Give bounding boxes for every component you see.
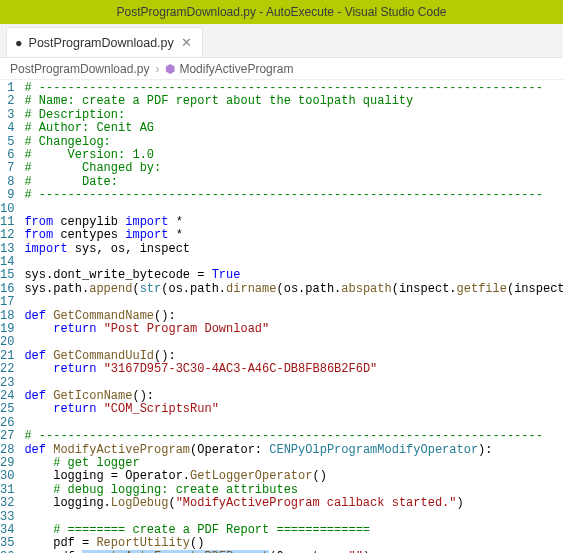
chevron-right-icon: ›: [153, 62, 161, 76]
tab-strip: ● PostProgramDownload.py ✕: [0, 24, 563, 58]
line-number-gutter: 1234567891011121314151617181920212223242…: [0, 80, 24, 553]
line-number: 7: [0, 162, 14, 175]
code-line[interactable]: # Changelog:: [24, 136, 563, 149]
line-number: 35: [0, 537, 14, 550]
line-number: 5: [0, 136, 14, 149]
line-number: 29: [0, 457, 14, 470]
code-line[interactable]: import sys, os, inspect: [24, 243, 563, 256]
line-number: 19: [0, 323, 14, 336]
line-number: 3: [0, 109, 14, 122]
line-number: 23: [0, 377, 14, 390]
line-number: 24: [0, 390, 14, 403]
line-number: 14: [0, 256, 14, 269]
line-number: 11: [0, 216, 14, 229]
code-line[interactable]: # ======== create a PDF Report =========…: [24, 524, 563, 537]
code-line[interactable]: sys.dont_write_bytecode = True: [24, 269, 563, 282]
line-number: 16: [0, 283, 14, 296]
code-line[interactable]: # Date:: [24, 176, 563, 189]
code-line[interactable]: [24, 417, 563, 430]
line-number: 27: [0, 430, 14, 443]
code-line[interactable]: def GetIconName():: [24, 390, 563, 403]
code-line[interactable]: # get logger: [24, 457, 563, 470]
code-line[interactable]: [24, 256, 563, 269]
code-line[interactable]: pdf = ReportUtility(): [24, 537, 563, 550]
code-line[interactable]: logging.LogDebug("ModifyActiveProgram ca…: [24, 497, 563, 510]
code-line[interactable]: # Author: Cenit AG: [24, 122, 563, 135]
code-line[interactable]: def GetCommandUuId():: [24, 350, 563, 363]
line-number: 9: [0, 189, 14, 202]
breadcrumb: PostProgramDownload.py › ⬢ ModifyActiveP…: [0, 58, 563, 80]
code-line[interactable]: # Description:: [24, 109, 563, 122]
code-line[interactable]: # --------------------------------------…: [24, 430, 563, 443]
line-number: 8: [0, 176, 14, 189]
tab-active[interactable]: ● PostProgramDownload.py ✕: [6, 27, 203, 57]
line-number: 34: [0, 524, 14, 537]
symbol-icon: ⬢: [165, 62, 175, 76]
line-number: 20: [0, 336, 14, 349]
line-number: 32: [0, 497, 14, 510]
code-line[interactable]: def GetCommandName():: [24, 310, 563, 323]
code-line[interactable]: # --------------------------------------…: [24, 82, 563, 95]
code-line[interactable]: [24, 296, 563, 309]
line-number: 25: [0, 403, 14, 416]
line-number: 31: [0, 484, 14, 497]
code-editor[interactable]: 1234567891011121314151617181920212223242…: [0, 80, 563, 553]
line-number: 28: [0, 444, 14, 457]
line-number: 12: [0, 229, 14, 242]
code-line[interactable]: [24, 511, 563, 524]
code-line[interactable]: from centypes import *: [24, 229, 563, 242]
code-line[interactable]: # --------------------------------------…: [24, 189, 563, 202]
window-title-bar: PostProgramDownload.py - AutoExecute - V…: [0, 0, 563, 24]
line-number: 22: [0, 363, 14, 376]
breadcrumb-symbol[interactable]: ModifyActiveProgram: [179, 62, 293, 76]
dirty-indicator-icon: ●: [15, 36, 23, 50]
code-line[interactable]: [24, 377, 563, 390]
code-line[interactable]: # Version: 1.0: [24, 149, 563, 162]
code-line[interactable]: [24, 336, 563, 349]
code-line[interactable]: # Changed by:: [24, 162, 563, 175]
code-line[interactable]: return "3167D957-3C30-4AC3-A46C-DB8FB86B…: [24, 363, 563, 376]
line-number: 15: [0, 269, 14, 282]
line-number: 26: [0, 417, 14, 430]
code-line[interactable]: def ModifyActiveProgram(Operator: CENPyO…: [24, 444, 563, 457]
close-icon[interactable]: ✕: [180, 36, 194, 50]
breadcrumb-file[interactable]: PostProgramDownload.py: [10, 62, 149, 76]
code-line[interactable]: sys.path.append(str(os.path.dirname(os.p…: [24, 283, 563, 296]
code-line[interactable]: return "COM_ScriptsRun": [24, 403, 563, 416]
code-line[interactable]: # debug logging: create attributes: [24, 484, 563, 497]
line-number: 21: [0, 350, 14, 363]
line-number: 17: [0, 296, 14, 309]
line-number: 13: [0, 243, 14, 256]
tab-label: PostProgramDownload.py: [29, 36, 174, 50]
line-number: 18: [0, 310, 14, 323]
line-number: 1: [0, 82, 14, 95]
line-number: 2: [0, 95, 14, 108]
line-number: 10: [0, 203, 14, 216]
line-number: 4: [0, 122, 14, 135]
window-title: PostProgramDownload.py - AutoExecute - V…: [117, 5, 447, 19]
code-line[interactable]: logging = Operator.GetLoggerOperator(): [24, 470, 563, 483]
code-content[interactable]: # --------------------------------------…: [24, 80, 563, 553]
code-line[interactable]: from cenpylib import *: [24, 216, 563, 229]
line-number: 30: [0, 470, 14, 483]
line-number: 6: [0, 149, 14, 162]
line-number: 33: [0, 511, 14, 524]
code-line[interactable]: return "Post Program Download": [24, 323, 563, 336]
code-line[interactable]: [24, 203, 563, 216]
code-line[interactable]: # Name: create a PDF report about the to…: [24, 95, 563, 108]
